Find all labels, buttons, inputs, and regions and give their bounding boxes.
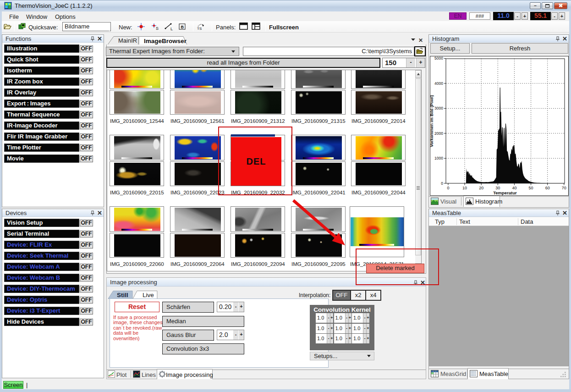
- svg-text:3000: 3000: [434, 106, 443, 110]
- svg-text:S: S: [156, 26, 159, 31]
- svg-text:Still: Still: [117, 292, 128, 298]
- svg-text:2000: 2000: [434, 131, 443, 136]
- svg-text:L: L: [170, 27, 173, 31]
- svg-text:0: 0: [441, 181, 443, 186]
- svg-text:0: 0: [447, 186, 449, 190]
- svg-text:10: 10: [462, 186, 467, 190]
- svg-text:30: 30: [495, 186, 500, 190]
- svg-text:1000: 1000: [434, 156, 443, 160]
- svg-text:Vorkommen im Bild (Pixel): Vorkommen im Bild (Pixel): [430, 95, 434, 147]
- svg-text:Live: Live: [143, 292, 154, 298]
- svg-text:MainIR: MainIR: [118, 37, 137, 44]
- svg-text:Temperatur: Temperatur: [493, 190, 517, 195]
- svg-text:ImageBrowser: ImageBrowser: [144, 38, 187, 44]
- svg-text:✕: ✕: [418, 37, 423, 44]
- svg-text:TS: TS: [197, 27, 202, 31]
- svg-text:40: 40: [512, 186, 516, 190]
- svg-text:5000: 5000: [434, 56, 443, 61]
- svg-text:70: 70: [562, 186, 566, 190]
- svg-text:60: 60: [545, 186, 550, 190]
- svg-text:B: B: [181, 25, 184, 29]
- svg-text:20: 20: [479, 186, 483, 190]
- svg-text:50: 50: [529, 186, 533, 190]
- svg-text:4000: 4000: [434, 81, 443, 86]
